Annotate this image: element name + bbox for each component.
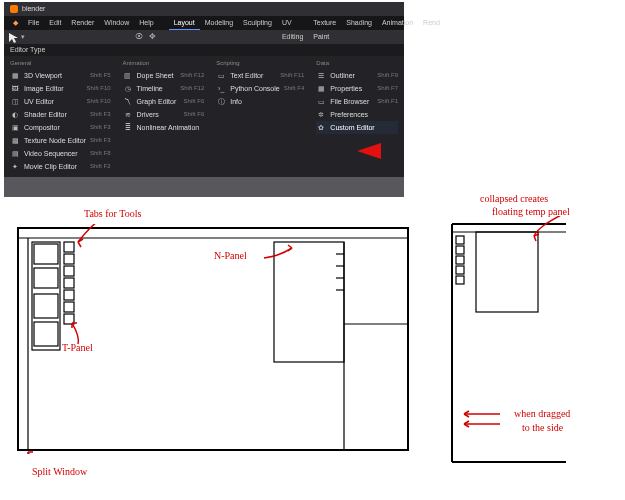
uv-icon: ◫	[10, 97, 20, 107]
item-custom-editor[interactable]: ✿ Custom Editor	[316, 121, 398, 134]
svg-rect-11	[64, 278, 74, 288]
item-outliner[interactable]: ☰ Outliner Shift F9	[316, 69, 398, 82]
editor-typebar: ▾ ⦿ ✥	[4, 30, 404, 44]
svg-rect-3	[32, 242, 60, 350]
editor-type-panel: General ▦ 3D Viewport Shift F5 🖼 Image E…	[4, 56, 404, 177]
item-drivers[interactable]: ≋ Drivers Shift F6	[123, 108, 205, 121]
editor-type-header: Editor Type	[4, 44, 404, 56]
item-nla[interactable]: ≣ Nonlinear Animation	[123, 121, 205, 134]
sketch-main-window: Tabs for Tools N-Panel T-Panel	[14, 224, 409, 454]
svg-rect-5	[34, 268, 58, 288]
svg-rect-26	[456, 266, 464, 274]
menu-window[interactable]: Window	[99, 16, 134, 30]
col-general: General ▦ 3D Viewport Shift F5 🖼 Image E…	[4, 56, 117, 177]
svg-rect-9	[64, 254, 74, 264]
item-text-editor[interactable]: ▭ Text Editor Shift F11	[216, 69, 304, 82]
red-pointer-arrow-icon	[357, 143, 381, 159]
image-icon: 🖼	[10, 84, 20, 94]
item-preferences[interactable]: ✲ Preferences	[316, 108, 398, 121]
item-image-editor[interactable]: 🖼 Image Editor Shift F10	[10, 82, 111, 95]
props-icon: ▦	[316, 84, 326, 94]
item-timeline[interactable]: ◷ Timeline Shift F12	[123, 82, 205, 95]
workspace-layout[interactable]: Layout	[169, 16, 200, 30]
svg-rect-10	[64, 266, 74, 276]
svg-rect-27	[456, 276, 464, 284]
app-title: blender	[22, 2, 45, 16]
svg-rect-23	[456, 236, 464, 244]
timeline-icon: ◷	[123, 84, 133, 94]
compositor-icon: ▣	[10, 123, 20, 133]
nla-icon: ≣	[123, 123, 133, 133]
video-icon: ▤	[10, 149, 20, 159]
blender-screenshot: blender ◆ File Edit Render Window Help L…	[4, 2, 404, 197]
annot-dragged-2: to the side	[522, 422, 563, 433]
texnode-icon: ▩	[10, 136, 20, 146]
workspace-shading[interactable]: Shading	[341, 16, 377, 30]
top-menubar: ◆ File Edit Render Window Help Layout Mo…	[4, 16, 404, 30]
svg-rect-25	[456, 256, 464, 264]
console-icon: ›_	[216, 84, 226, 94]
col-animation-title: Animation	[123, 60, 205, 66]
svg-rect-12	[64, 290, 74, 300]
svg-rect-15	[274, 242, 344, 362]
annot-collapsed-1: collapsed creates	[480, 193, 548, 204]
item-uv-editor[interactable]: ◫ UV Editor Shift F10	[10, 95, 111, 108]
item-tex-node-editor[interactable]: ▩ Texture Node Editor Shift F3	[10, 134, 111, 147]
item-python-console[interactable]: ›_ Python Console Shift F4	[216, 82, 304, 95]
svg-rect-0	[18, 228, 408, 450]
item-dope-sheet[interactable]: ▥ Dope Sheet Shift F12	[123, 69, 205, 82]
col-scripting: Scripting ▭ Text Editor Shift F11 ›_ Pyt…	[210, 56, 310, 177]
menu-edit[interactable]: Edit	[44, 16, 66, 30]
outliner-icon: ☰	[316, 71, 326, 81]
text-icon: ▭	[216, 71, 226, 81]
annot-n-panel: N-Panel	[214, 250, 247, 261]
svg-rect-28	[476, 232, 538, 312]
svg-rect-4	[34, 244, 58, 264]
annot-tabs-tools: Tabs for Tools	[84, 208, 141, 219]
item-properties[interactable]: ▦ Properties Shift F7	[316, 82, 398, 95]
col-data-title: Data	[316, 60, 398, 66]
menu-file[interactable]: File	[23, 16, 44, 30]
item-graph-editor[interactable]: 〽 Graph Editor Shift F6	[123, 95, 205, 108]
window-titlebar: blender	[4, 2, 404, 16]
graph-icon: 〽	[123, 97, 133, 107]
col-scripting-title: Scripting	[216, 60, 304, 66]
cursor-tool-icon[interactable]	[8, 32, 18, 42]
item-3d-viewport[interactable]: ▦ 3D Viewport Shift F5	[10, 69, 111, 82]
workspace-sculpting[interactable]: Sculpting	[238, 16, 277, 30]
annot-collapsed-2: floating temp panel	[492, 206, 570, 217]
svg-rect-8	[64, 242, 74, 252]
info-icon: ⓘ	[216, 97, 226, 107]
menu-render[interactable]: Render	[66, 16, 99, 30]
pivot-icon[interactable]: ⦿	[135, 30, 143, 44]
workspace-animation[interactable]: Animation	[377, 16, 418, 30]
item-compositor[interactable]: ▣ Compositor Shift F3	[10, 121, 111, 134]
item-info[interactable]: ⓘ Info	[216, 95, 304, 108]
svg-rect-24	[456, 246, 464, 254]
item-video-sequencer[interactable]: ▤ Video Sequencer Shift F8	[10, 147, 111, 160]
drivers-icon: ≋	[123, 110, 133, 120]
svg-rect-6	[34, 294, 58, 318]
viewport-icon: ▦	[10, 71, 20, 81]
workspace-modeling[interactable]: Modeling	[200, 16, 238, 30]
blender-logo-icon	[10, 5, 18, 13]
annot-dragged-1: when dragged	[514, 408, 570, 419]
prefs-icon: ✲	[316, 110, 326, 120]
movieclip-icon: ✦	[10, 162, 20, 172]
blender-app-icon[interactable]: ◆	[8, 16, 23, 30]
workspace-texpaint[interactable]: Texture Paint	[308, 16, 341, 30]
filebrowser-icon: ▭	[316, 97, 326, 107]
annot-split-window: Split Window	[32, 466, 87, 477]
workspace-uv[interactable]: UV Editing	[277, 16, 308, 30]
menu-help[interactable]: Help	[134, 16, 158, 30]
svg-rect-7	[34, 322, 58, 346]
custom-icon: ✿	[316, 123, 326, 133]
workspace-rendering[interactable]: Rend	[418, 16, 445, 30]
item-shader-editor[interactable]: ◐ Shader Editor Shift F3	[10, 108, 111, 121]
svg-rect-13	[64, 302, 74, 312]
sketch-collapsed-window	[448, 216, 613, 472]
annot-t-panel: T-Panel	[62, 342, 93, 353]
item-movie-clip[interactable]: ✦ Movie Clip Editor Shift F2	[10, 160, 111, 173]
item-file-browser[interactable]: ▭ File Browser Shift F1	[316, 95, 398, 108]
snap-icon[interactable]: ✥	[149, 30, 156, 44]
